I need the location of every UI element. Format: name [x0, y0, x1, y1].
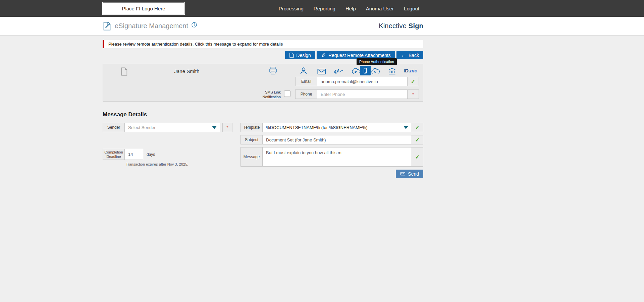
phone-input[interactable] [317, 90, 407, 99]
sender-field-group: Sender Select Sender [103, 123, 220, 132]
page-header: eSignature Management Kinective Sign [0, 17, 644, 36]
email-field-group: Email ✓ [295, 77, 419, 86]
idme-logo[interactable]: ID.me [404, 68, 417, 73]
phone-auth-icon[interactable] [360, 66, 371, 75]
phone-auth-tooltip: Phone Authentication [357, 58, 397, 65]
template-label: Template [241, 123, 263, 132]
send-envelope-icon [400, 172, 406, 176]
message-textarea[interactable]: But I must explain to you how all this m [263, 147, 412, 166]
signature-auth-icon[interactable] [333, 66, 344, 77]
nav-user-menu[interactable]: Anoma User [366, 6, 394, 11]
cloud-sms-auth-icon[interactable] [370, 66, 381, 77]
sender-label: Sender [103, 123, 125, 132]
message-valid-cell: ✓ [412, 147, 423, 166]
chevron-down-icon [212, 126, 217, 129]
subject-field-group: Subject ✓ [240, 135, 423, 144]
phone-label: Phone [296, 90, 317, 99]
template-dropdown[interactable]: %DOCUMENTSETNAME% (for %SIGNERNAME%) [263, 123, 412, 132]
check-icon: ✓ [415, 154, 420, 160]
check-icon: ✓ [411, 78, 415, 85]
print-button[interactable] [269, 66, 277, 76]
check-icon: ✓ [415, 124, 420, 131]
info-icon[interactable] [192, 22, 197, 27]
completion-deadline-group: Completion Deadline [103, 149, 143, 160]
sender-dropdown[interactable]: Select Sender [125, 123, 220, 132]
completion-deadline-input[interactable] [125, 149, 143, 160]
paperclip-icon [321, 53, 326, 58]
email-label: Email [296, 77, 317, 86]
days-label: days [147, 152, 155, 157]
esignature-doc-icon [103, 21, 111, 31]
chevron-down-icon [404, 126, 408, 129]
back-arrow-icon: ← [401, 53, 406, 58]
sms-link-notification-checkbox[interactable] [284, 90, 290, 97]
message-label: Message [241, 147, 263, 166]
completion-deadline-label: Completion Deadline [103, 149, 125, 160]
nav-reporting[interactable]: Reporting [314, 6, 335, 11]
top-navigation-bar: Place FI Logo Here Processing Reporting … [0, 0, 644, 17]
nav-logout[interactable]: Logout [404, 6, 419, 11]
send-button[interactable]: Send [396, 170, 423, 178]
bank-auth-icon[interactable] [387, 66, 397, 76]
brand-logo: Kinective Sign [379, 22, 423, 30]
back-button[interactable]: ← Back [396, 51, 423, 59]
email-valid-cell: ✓ [407, 77, 419, 86]
alert-banner[interactable]: Please review remote authentication deta… [103, 40, 423, 48]
phone-field-group: Phone * [295, 89, 419, 99]
subject-label: Subject [241, 135, 263, 144]
main-content: Please review remote authentication deta… [103, 36, 423, 186]
template-valid-cell: ✓ [412, 123, 423, 132]
expiry-note: Transaction expires after Nov 3, 2025. [126, 162, 188, 166]
email-input[interactable] [317, 77, 407, 86]
page-title: eSignature Management [115, 22, 188, 30]
signer-person-icon[interactable] [298, 65, 309, 76]
sender-required-box: * [222, 123, 232, 132]
design-icon [289, 53, 294, 58]
document-placeholder-icon [120, 67, 128, 77]
fi-logo-button[interactable]: Place FI Logo Here [103, 2, 184, 14]
required-asterisk-icon: * [412, 92, 414, 97]
nav-help[interactable]: Help [345, 6, 356, 11]
design-button[interactable]: Design [285, 51, 315, 59]
top-nav: Processing Reporting Help Anoma User Log… [279, 6, 419, 11]
email-auth-icon[interactable] [316, 66, 327, 77]
nav-processing[interactable]: Processing [279, 6, 304, 11]
required-asterisk-icon: * [226, 125, 228, 130]
alert-text: Please review remote authentication deta… [108, 42, 283, 47]
signer-name: Jane Smith [157, 68, 217, 74]
message-details-heading: Message Details [103, 111, 147, 118]
subject-input[interactable] [263, 135, 412, 144]
message-field-group: Message But I must explain to you how al… [240, 147, 423, 167]
subject-valid-cell: ✓ [412, 135, 423, 144]
template-field-group: Template %DOCUMENTSETNAME% (for %SIGNERN… [240, 123, 423, 132]
signer-panel: Jane Smith [103, 64, 423, 102]
phone-required-cell: * [407, 90, 419, 99]
check-icon: ✓ [415, 137, 420, 143]
sms-link-notification-label: SMS Link Notification [253, 90, 281, 99]
action-buttons: Design Request Remote Attachments ← Back [285, 51, 423, 59]
